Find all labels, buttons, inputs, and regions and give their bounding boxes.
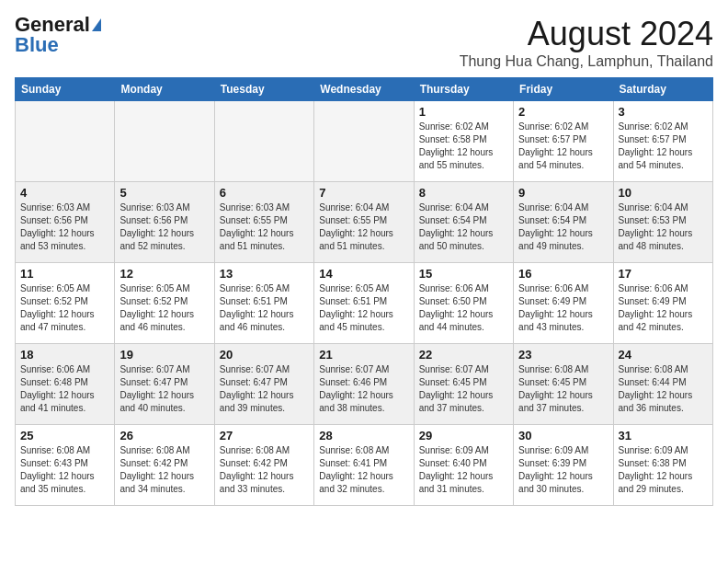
calendar-cell: 16Sunrise: 6:06 AMSunset: 6:49 PMDayligh…: [514, 263, 613, 344]
day-info: Sunrise: 6:08 AMSunset: 6:42 PMDaylight:…: [119, 444, 209, 496]
day-number: 31: [619, 429, 708, 442]
calendar-table: SundayMondayTuesdayWednesdayThursdayFrid…: [15, 77, 713, 506]
col-header-sunday: Sunday: [16, 78, 115, 101]
calendar-cell: [314, 101, 414, 182]
day-number: 24: [619, 348, 708, 362]
day-number: 15: [419, 267, 508, 281]
calendar-cell: 2Sunrise: 6:02 AMSunset: 6:57 PMDaylight…: [514, 101, 613, 182]
day-info: Sunrise: 6:04 AMSunset: 6:53 PMDaylight:…: [619, 201, 708, 253]
day-number: 8: [419, 186, 508, 200]
calendar-cell: 1Sunrise: 6:02 AMSunset: 6:58 PMDaylight…: [414, 101, 513, 182]
day-info: Sunrise: 6:02 AMSunset: 6:57 PMDaylight:…: [518, 121, 608, 172]
day-info: Sunrise: 6:08 AMSunset: 6:44 PMDaylight:…: [619, 363, 708, 415]
day-info: Sunrise: 6:04 AMSunset: 6:54 PMDaylight:…: [518, 201, 608, 253]
day-number: 25: [20, 429, 109, 442]
day-info: Sunrise: 6:07 AMSunset: 6:47 PMDaylight:…: [220, 363, 309, 415]
day-number: 1: [419, 105, 508, 119]
calendar-cell: 14Sunrise: 6:05 AMSunset: 6:51 PMDayligh…: [314, 263, 414, 344]
calendar-cell: 8Sunrise: 6:04 AMSunset: 6:54 PMDaylight…: [414, 182, 513, 263]
col-header-monday: Monday: [115, 78, 214, 101]
day-info: Sunrise: 6:08 AMSunset: 6:43 PMDaylight:…: [20, 444, 109, 496]
day-number: 11: [20, 267, 109, 281]
location-text: Thung Hua Chang, Lamphun, Thailand: [460, 53, 713, 70]
calendar-cell: 27Sunrise: 6:08 AMSunset: 6:42 PMDayligh…: [214, 425, 313, 506]
day-info: Sunrise: 6:04 AMSunset: 6:55 PMDaylight:…: [319, 201, 408, 253]
calendar-cell: 7Sunrise: 6:04 AMSunset: 6:55 PMDaylight…: [314, 182, 414, 263]
day-info: Sunrise: 6:06 AMSunset: 6:48 PMDaylight:…: [20, 363, 109, 415]
calendar-cell: 29Sunrise: 6:09 AMSunset: 6:40 PMDayligh…: [414, 425, 513, 506]
col-header-thursday: Thursday: [414, 78, 513, 101]
day-number: 14: [319, 267, 408, 281]
calendar-cell: [115, 101, 214, 182]
calendar-week-row: 18Sunrise: 6:06 AMSunset: 6:48 PMDayligh…: [16, 344, 713, 425]
calendar-cell: 11Sunrise: 6:05 AMSunset: 6:52 PMDayligh…: [16, 263, 115, 344]
calendar-cell: 17Sunrise: 6:06 AMSunset: 6:49 PMDayligh…: [613, 263, 712, 344]
day-info: Sunrise: 6:03 AMSunset: 6:55 PMDaylight:…: [220, 201, 309, 253]
calendar-cell: 23Sunrise: 6:08 AMSunset: 6:45 PMDayligh…: [514, 344, 613, 425]
calendar-week-row: 25Sunrise: 6:08 AMSunset: 6:43 PMDayligh…: [16, 425, 713, 506]
page-header: General Blue August 2024 Thung Hua Chang…: [15, 15, 713, 70]
calendar-cell: 5Sunrise: 6:03 AMSunset: 6:56 PMDaylight…: [115, 182, 214, 263]
day-info: Sunrise: 6:05 AMSunset: 6:51 PMDaylight:…: [319, 282, 408, 334]
calendar-cell: 30Sunrise: 6:09 AMSunset: 6:39 PMDayligh…: [514, 425, 613, 506]
day-number: 17: [619, 267, 708, 281]
day-number: 5: [119, 186, 209, 200]
calendar-cell: [214, 101, 313, 182]
day-number: 13: [220, 267, 309, 281]
calendar-week-row: 4Sunrise: 6:03 AMSunset: 6:56 PMDaylight…: [16, 182, 713, 263]
day-number: 3: [619, 105, 708, 119]
title-block: August 2024 Thung Hua Chang, Lamphun, Th…: [460, 15, 713, 70]
calendar-cell: 3Sunrise: 6:02 AMSunset: 6:57 PMDaylight…: [613, 101, 712, 182]
logo: General Blue: [15, 15, 101, 55]
day-number: 19: [119, 348, 209, 362]
col-header-saturday: Saturday: [613, 78, 712, 101]
day-number: 4: [20, 186, 109, 200]
day-info: Sunrise: 6:03 AMSunset: 6:56 PMDaylight:…: [119, 201, 209, 253]
day-info: Sunrise: 6:08 AMSunset: 6:42 PMDaylight:…: [220, 444, 309, 496]
day-number: 27: [220, 429, 309, 442]
day-number: 23: [518, 348, 608, 362]
day-info: Sunrise: 6:07 AMSunset: 6:46 PMDaylight:…: [319, 363, 408, 415]
day-info: Sunrise: 6:05 AMSunset: 6:51 PMDaylight:…: [220, 282, 309, 334]
calendar-cell: [16, 101, 115, 182]
day-number: 28: [319, 429, 408, 442]
day-info: Sunrise: 6:06 AMSunset: 6:49 PMDaylight:…: [518, 282, 608, 334]
day-number: 2: [518, 105, 608, 119]
month-year-heading: August 2024: [460, 15, 713, 53]
day-info: Sunrise: 6:05 AMSunset: 6:52 PMDaylight:…: [20, 282, 109, 334]
day-info: Sunrise: 6:04 AMSunset: 6:54 PMDaylight:…: [419, 201, 508, 253]
day-info: Sunrise: 6:06 AMSunset: 6:49 PMDaylight:…: [619, 282, 708, 334]
calendar-cell: 13Sunrise: 6:05 AMSunset: 6:51 PMDayligh…: [214, 263, 313, 344]
day-number: 12: [119, 267, 209, 281]
day-number: 30: [518, 429, 608, 442]
day-info: Sunrise: 6:09 AMSunset: 6:39 PMDaylight:…: [518, 444, 608, 496]
day-number: 16: [518, 267, 608, 281]
day-info: Sunrise: 6:08 AMSunset: 6:45 PMDaylight:…: [518, 363, 608, 415]
logo-general-text: General: [15, 15, 90, 35]
calendar-cell: 12Sunrise: 6:05 AMSunset: 6:52 PMDayligh…: [115, 263, 214, 344]
calendar-cell: 10Sunrise: 6:04 AMSunset: 6:53 PMDayligh…: [613, 182, 712, 263]
calendar-cell: 26Sunrise: 6:08 AMSunset: 6:42 PMDayligh…: [115, 425, 214, 506]
col-header-tuesday: Tuesday: [214, 78, 313, 101]
calendar-cell: 15Sunrise: 6:06 AMSunset: 6:50 PMDayligh…: [414, 263, 513, 344]
logo-blue-text: Blue: [15, 35, 59, 55]
logo-triangle-icon: [92, 18, 101, 31]
day-number: 6: [220, 186, 309, 200]
calendar-cell: 18Sunrise: 6:06 AMSunset: 6:48 PMDayligh…: [16, 344, 115, 425]
day-number: 26: [119, 429, 209, 442]
day-info: Sunrise: 6:09 AMSunset: 6:40 PMDaylight:…: [419, 444, 508, 496]
day-number: 20: [220, 348, 309, 362]
calendar-week-row: 11Sunrise: 6:05 AMSunset: 6:52 PMDayligh…: [16, 263, 713, 344]
day-number: 21: [319, 348, 408, 362]
day-info: Sunrise: 6:02 AMSunset: 6:57 PMDaylight:…: [619, 121, 708, 172]
calendar-cell: 9Sunrise: 6:04 AMSunset: 6:54 PMDaylight…: [514, 182, 613, 263]
calendar-cell: 19Sunrise: 6:07 AMSunset: 6:47 PMDayligh…: [115, 344, 214, 425]
day-info: Sunrise: 6:05 AMSunset: 6:52 PMDaylight:…: [119, 282, 209, 334]
col-header-wednesday: Wednesday: [314, 78, 414, 101]
calendar-cell: 24Sunrise: 6:08 AMSunset: 6:44 PMDayligh…: [613, 344, 712, 425]
day-number: 7: [319, 186, 408, 200]
day-number: 18: [20, 348, 109, 362]
day-info: Sunrise: 6:09 AMSunset: 6:38 PMDaylight:…: [619, 444, 708, 496]
day-number: 9: [518, 186, 608, 200]
calendar-cell: 31Sunrise: 6:09 AMSunset: 6:38 PMDayligh…: [613, 425, 712, 506]
